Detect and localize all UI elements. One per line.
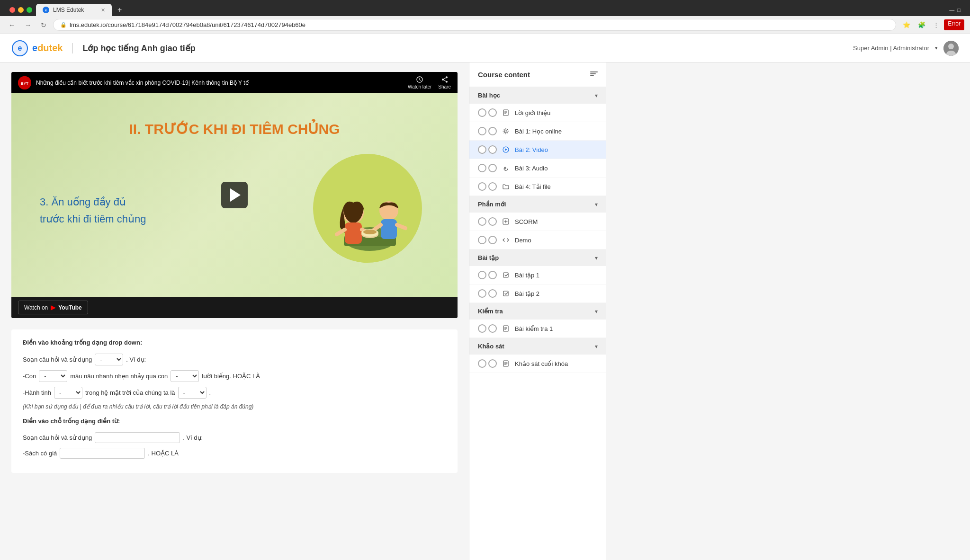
lesson-name-loi-gioi-thieu: Lời giới thiệu [515, 109, 598, 116]
check-bubble-4 [488, 164, 497, 172]
ssl-lock-icon: 🔒 [60, 22, 67, 28]
check-circle-1 [478, 108, 486, 117]
lesson-item-bt1[interactable]: Bài tập 1 [469, 266, 606, 284]
menu-button[interactable]: ⋮ [930, 19, 942, 30]
lesson-name-demo: Demo [515, 237, 598, 244]
video-actions: Watch later Share [408, 76, 451, 89]
extensions-button[interactable]: 🧩 [915, 19, 928, 30]
play-icon [230, 188, 241, 202]
scorm-icon [502, 217, 510, 226]
window-control-minimize[interactable]: — [949, 7, 954, 13]
section-khao-sat[interactable]: Khảo sát ▾ [469, 338, 606, 355]
section-bai-hoc[interactable]: Bài học ▾ [469, 87, 606, 104]
share-label: Share [438, 84, 451, 89]
row3-middle: trong hệ mặt trời của chúng ta là [85, 389, 175, 396]
avatar[interactable] [943, 41, 959, 56]
row5-input[interactable] [60, 448, 145, 459]
lesson-item-demo[interactable]: Demo [469, 231, 606, 249]
active-tab[interactable]: e LMS Edutek ✕ [36, 4, 112, 16]
bookmark-button[interactable]: ⭐ [900, 19, 913, 30]
back-button[interactable]: ← [6, 19, 18, 31]
video-illustration [311, 151, 429, 270]
lesson-checks-bt2 [478, 289, 497, 298]
lesson-item-bkt1[interactable]: Bài kiểm tra 1 [469, 320, 606, 338]
logo-text: edutek [32, 43, 63, 53]
row1-select[interactable]: - [95, 354, 123, 365]
exercise-icon-2 [502, 289, 510, 298]
check-bubble-demo [488, 236, 497, 244]
watch-later-label: Watch later [408, 84, 431, 89]
exercise-section: Điền vào khoảng trống dạng drop down: So… [11, 329, 458, 473]
lesson-name-khao-sat: Khảo sát cuối khóa [515, 360, 598, 367]
row2-select1[interactable]: - [39, 370, 67, 382]
address-bar[interactable]: 🔒 lms.edutek.io/course/617184e9174d70027… [53, 19, 896, 31]
close-dot[interactable] [9, 7, 15, 13]
reload-button[interactable]: ↻ [38, 19, 49, 31]
lesson-item-scorm[interactable]: SCORM [469, 213, 606, 231]
sidebar-toggle-button[interactable] [590, 70, 598, 79]
maximize-dot[interactable] [27, 7, 32, 13]
logo[interactable]: e edutek [11, 40, 63, 57]
lesson-name-bai1: Bài 1: Học online [515, 128, 598, 135]
admin-chevron-icon[interactable]: ▾ [935, 45, 938, 51]
exercise-row-1: Soạn câu hỏi và sử dụng - . Ví dụ: [23, 354, 446, 365]
share-button[interactable]: Share [438, 76, 451, 89]
section-phan-moi[interactable]: Phần mới ▾ [469, 196, 606, 213]
row3-select1[interactable]: - [54, 387, 82, 399]
video-top-bar: BYT Những điều cần biết trước khi tiêm v… [11, 72, 458, 93]
watch-later-button[interactable]: Watch later [408, 76, 431, 89]
check-circle-demo [478, 236, 486, 244]
lesson-checks [478, 108, 497, 117]
header-right: Super Admin | Administrator ▾ [853, 41, 959, 56]
row4-input[interactable] [95, 432, 180, 443]
lesson-item-bai2[interactable]: Bài 2: Video [469, 141, 606, 159]
main-layout: BYT Những điều cần biết trước khi tiêm v… [0, 62, 970, 560]
section-kiem-tra[interactable]: Kiểm tra ▾ [469, 303, 606, 320]
lesson-item-loi-gioi-thieu[interactable]: Lời giới thiệu [469, 104, 606, 122]
watch-on-youtube-button[interactable]: Watch on ▶ YouTube [18, 301, 88, 314]
avatar-image [943, 41, 959, 56]
app-header: e edutek Lớp học tiếng Anh giao tiếp Sup… [0, 34, 970, 62]
tab-close-button[interactable]: ✕ [101, 7, 105, 13]
quiz-icon [502, 324, 510, 333]
check-circle-5 [478, 182, 486, 191]
course-title: Lớp học tiếng Anh giao tiếp [72, 43, 195, 53]
code-icon [502, 236, 510, 244]
lesson-checks-bkt1 [478, 324, 497, 333]
section-bai-tap[interactable]: Bài tập ▾ [469, 249, 606, 266]
svg-rect-34 [503, 291, 508, 296]
check-circle-bt2 [478, 289, 486, 298]
exercise-row-4: Soạn câu hỏi và sử dụng . Ví dụ: [23, 432, 446, 443]
svg-rect-10 [345, 222, 362, 244]
minimize-dot[interactable] [18, 7, 24, 13]
lesson-checks-scorm [478, 217, 497, 226]
exercise-row-2: -Con - màu nâu nhanh nhẹn nhảy qua con -… [23, 370, 446, 382]
check-circle-ks [478, 359, 486, 368]
exercise-title: Điền vào khoảng trống dạng drop down: [23, 339, 446, 346]
lesson-item-khao-sat[interactable]: Khảo sát cuối khóa [469, 355, 606, 373]
row2-select2[interactable]: - [171, 370, 199, 382]
sidebar: Course content Bài học ▾ Lời giới thiệu [469, 62, 606, 560]
row4-example: . Ví dụ: [183, 434, 203, 441]
window-control-maximize[interactable]: □ [957, 7, 961, 13]
row3-suffix: . [209, 389, 211, 396]
lesson-item-bai3[interactable]: Bài 3: Audio [469, 159, 606, 178]
svg-rect-33 [503, 273, 508, 277]
illustration-svg [311, 151, 429, 270]
logo-icon: e [11, 40, 28, 57]
row3-select2[interactable]: - [178, 387, 207, 399]
folder-icon [502, 182, 510, 191]
row2-middle: màu nâu nhanh nhẹn nhảy qua con [70, 373, 168, 380]
video-thumbnail: II. TRƯỚC KHI ĐI TIÊM CHỦNG 3. Ăn uống đ… [11, 93, 458, 297]
row2-prefix: -Con [23, 373, 36, 380]
lesson-item-bai1[interactable]: Bài 1: Học online [469, 122, 606, 141]
video-overlay-title: II. TRƯỚC KHI ĐI TIÊM CHỦNG [129, 121, 340, 137]
forward-button[interactable]: → [22, 19, 34, 31]
svg-point-3 [948, 44, 954, 49]
lesson-item-bai4[interactable]: Bài 4: Tải file [469, 178, 606, 196]
new-tab-button[interactable]: + [114, 4, 126, 16]
svg-rect-20 [590, 71, 598, 72]
lesson-name-bkt1: Bài kiểm tra 1 [515, 325, 598, 332]
lesson-item-bt2[interactable]: Bài tập 2 [469, 284, 606, 303]
play-button[interactable] [221, 182, 248, 208]
